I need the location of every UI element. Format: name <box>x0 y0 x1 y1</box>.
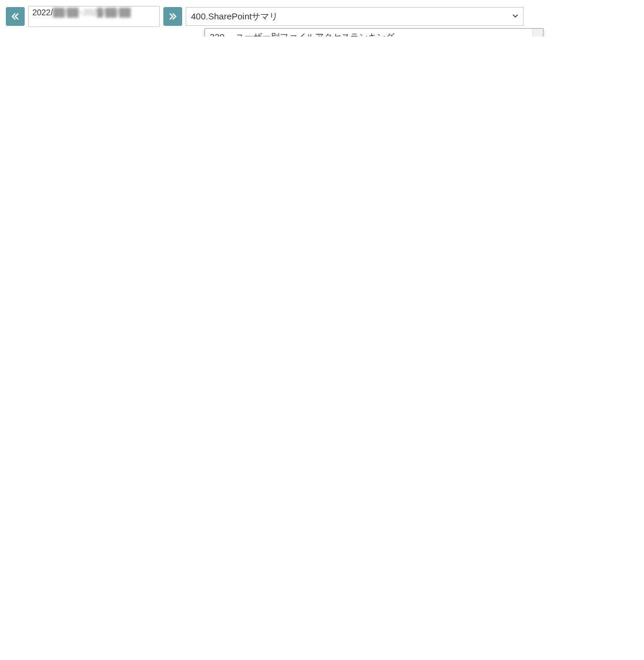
date-range-blurred: ██/██~202█/██/██ <box>53 8 130 17</box>
report-dropdown: 320. ユーザー別ファイルアクセスランキング330. 時間帯別ファイルアクセス… <box>204 28 544 36</box>
double-chevron-right-icon <box>169 12 177 21</box>
dropdown-list: 320. ユーザー別ファイルアクセスランキング330. 時間帯別ファイルアクセス… <box>205 29 543 36</box>
scrollbar-track[interactable] <box>532 29 543 36</box>
date-range-text: 2022/ <box>32 8 53 17</box>
date-range-input[interactable]: 2022/██/██~202█/██/██ <box>28 6 160 27</box>
select-value: 400.SharePointサマリ <box>191 11 278 22</box>
report-select[interactable]: 400.SharePointサマリ <box>186 7 524 26</box>
double-chevron-left-icon <box>11 12 19 21</box>
prev-button[interactable] <box>6 7 25 26</box>
top-toolbar: 2022/██/██~202█/██/██ 400.SharePointサマリ <box>6 6 644 27</box>
select-display[interactable]: 400.SharePointサマリ <box>186 7 524 26</box>
next-button[interactable] <box>163 7 182 26</box>
dropdown-item[interactable]: 320. ユーザー別ファイルアクセスランキング <box>205 29 543 36</box>
